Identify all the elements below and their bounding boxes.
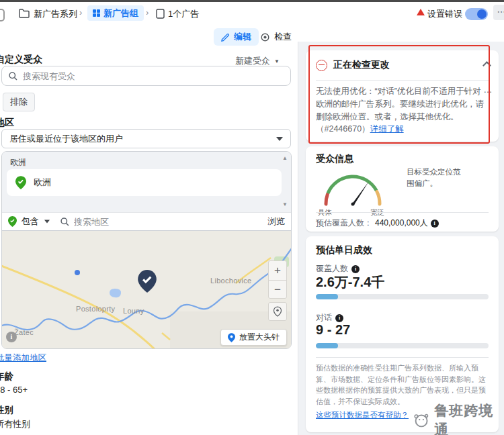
breadcrumb-separator: › bbox=[79, 7, 82, 17]
toggle-knob bbox=[477, 9, 487, 19]
map-selected-pin-icon[interactable] bbox=[138, 270, 157, 293]
caret-down-icon bbox=[44, 220, 50, 224]
exclude-button[interactable]: 排除 bbox=[3, 93, 35, 111]
card-divider bbox=[316, 212, 489, 213]
adset-grid-icon bbox=[93, 9, 100, 17]
region-item-europe[interactable]: 欧洲 bbox=[7, 169, 282, 196]
edit-button-label: 编辑 bbox=[234, 31, 251, 43]
place-pin-button[interactable]: 放置大头针 bbox=[220, 329, 287, 346]
breadcrumb-separator: › bbox=[146, 7, 149, 17]
pencil-icon bbox=[221, 33, 230, 42]
age-label: 年龄 bbox=[0, 371, 13, 383]
checking-changes-title: 正在检查更改 bbox=[333, 59, 390, 71]
location-type-value: 居住或最近位于该地区的用户 bbox=[9, 133, 123, 145]
cropped-side-button bbox=[0, 9, 5, 21]
chevron-up-icon[interactable] bbox=[482, 61, 491, 70]
map-town-label: Louny bbox=[123, 307, 144, 315]
place-pin-label: 放置大头针 bbox=[239, 332, 280, 343]
zoom-out-button[interactable]: − bbox=[269, 280, 286, 299]
search-icon bbox=[60, 218, 69, 226]
reach-value: 440,000,000人 bbox=[375, 218, 428, 229]
folder-icon bbox=[19, 9, 30, 18]
breadcrumb-ad[interactable]: 1个广告 bbox=[168, 8, 199, 20]
blue-pin-icon bbox=[228, 333, 235, 342]
settings-error-label: 设置错误 bbox=[427, 8, 462, 20]
breadcrumb-bar: 新广告系列 › 新广告组 › 1个广告 设置错误 ⋯ bbox=[0, 2, 504, 25]
audience-broad-note: 目标受众定位范围偏广。 bbox=[407, 166, 464, 190]
eye-icon bbox=[260, 33, 270, 42]
estimates-feedback-link[interactable]: 这些预计数据是否有帮助？ bbox=[316, 410, 409, 420]
gauge-arc bbox=[315, 166, 390, 207]
audience-info-card: 受众信息 具体 宽泛 目标受众定位范围偏广。 预估覆盖人数： 440,000,0… bbox=[306, 146, 499, 232]
conversations-metric-bar-fill bbox=[316, 343, 338, 348]
error-warning-triangle-icon bbox=[417, 9, 425, 15]
map-town-label: Žatec bbox=[14, 328, 34, 336]
bulk-add-locations-link[interactable]: 批量添加地区 bbox=[0, 352, 46, 364]
error-message-text: 无法使用优化：“对话”优化目前不适用于针对欧洲的邮件广告系列。要继续进行此优化，… bbox=[316, 87, 484, 122]
region-search-row: 包含 浏览 bbox=[2, 212, 291, 231]
gender-label: 性别 bbox=[0, 404, 13, 416]
reach-metric-bar-fill bbox=[316, 294, 338, 299]
watermark-mascot-icon bbox=[411, 412, 430, 429]
audience-definition-gauge: 具体 宽泛 bbox=[315, 166, 390, 209]
age-value: 18 - 65+ bbox=[0, 385, 28, 395]
review-button[interactable]: 检查 bbox=[260, 31, 292, 43]
reach-label: 预估覆盖人数： bbox=[316, 218, 372, 229]
info-icon[interactable]: i bbox=[335, 314, 343, 322]
region-group-label: 欧洲 bbox=[10, 157, 26, 168]
audience-search-box[interactable] bbox=[1, 66, 291, 86]
custom-audience-heading: 自定义受众 bbox=[0, 54, 42, 66]
card-divider bbox=[316, 80, 489, 81]
gauge-specific-label: 具体 bbox=[318, 208, 332, 218]
conversations-metric-bar bbox=[316, 343, 489, 348]
error-toggle[interactable] bbox=[465, 8, 488, 20]
audience-settings-panel: 自定义受众 新建受众 ▼ 排除 地区 居住或最近位于该地区的用户 欧洲 ▲ 欧洲 bbox=[0, 47, 298, 435]
browse-link[interactable]: 浏览 bbox=[267, 215, 285, 228]
conversations-metric-value: 9 - 27 bbox=[316, 322, 350, 338]
region-item-label: 欧洲 bbox=[34, 177, 51, 189]
reach-metric-bar bbox=[316, 294, 489, 299]
caret-down-icon bbox=[276, 137, 283, 141]
more-options-button[interactable]: ⋯ bbox=[493, 5, 504, 20]
breadcrumb-adset-active[interactable]: 新广告组 bbox=[87, 5, 144, 21]
review-button-label: 检查 bbox=[274, 31, 292, 43]
green-location-pin-icon bbox=[15, 176, 26, 189]
gauge-broad-label: 宽泛 bbox=[370, 208, 384, 218]
green-location-pin-icon bbox=[8, 216, 17, 227]
scroll-up-icon[interactable]: ▲ bbox=[282, 155, 288, 161]
map-town-label: Libochovice bbox=[210, 277, 251, 285]
location-heading: 地区 bbox=[0, 117, 14, 129]
map-town-label: Postoloprty bbox=[76, 305, 115, 313]
estimates-disclaimer: 预估数据的准确性受往期广告系列数据、所输入预算、市场数据、定位条件和广告版位等因… bbox=[316, 362, 490, 407]
info-icon[interactable]: i bbox=[431, 220, 439, 228]
location-targeting-box: 欧洲 ▲ 欧洲 ▼ 包含 浏览 bbox=[1, 151, 292, 349]
error-message-body: ⋯ 无法使用优化：“对话”优化目前不适用于针对欧洲的邮件广告系列。要继续进行此优… bbox=[316, 85, 487, 136]
selected-regions-list: 欧洲 ▲ 欧洲 ▼ bbox=[2, 152, 291, 212]
daily-estimates-title: 预估单日成效 bbox=[316, 244, 372, 256]
ad-page-icon bbox=[156, 9, 165, 19]
map-locate-button[interactable] bbox=[268, 302, 287, 321]
scroll-down-icon[interactable]: ▼ bbox=[282, 201, 288, 207]
checking-changes-card: 正在检查更改 ⋯ 无法使用优化：“对话”优化目前不适用于针对欧洲的邮件广告系列。… bbox=[306, 50, 499, 142]
include-dropdown[interactable]: 包含 bbox=[22, 215, 39, 228]
search-icon bbox=[9, 72, 17, 81]
audience-search-input[interactable] bbox=[23, 71, 284, 81]
review-sidebar: 正在检查更改 ⋯ 无法使用优化：“对话”优化目前不适用于针对欧洲的邮件广告系列。… bbox=[298, 42, 504, 435]
caret-down-icon: ▼ bbox=[274, 58, 280, 64]
info-icon[interactable]: i bbox=[351, 265, 360, 273]
locate-pin-icon bbox=[273, 306, 282, 317]
location-type-dropdown[interactable]: 居住或最近位于该地区的用户 bbox=[1, 129, 291, 148]
card-divider bbox=[316, 357, 489, 358]
reach-metric-value: 2.6万-7.4千 bbox=[316, 273, 384, 291]
learn-more-link[interactable]: 详细了解 bbox=[370, 124, 404, 134]
gender-value: 所有性别 bbox=[0, 418, 30, 430]
error-ref-number: （#2446670） bbox=[316, 124, 370, 134]
region-search-input[interactable] bbox=[74, 217, 263, 227]
edit-button[interactable]: 编辑 bbox=[214, 28, 259, 46]
location-map[interactable]: Žatec Postoloprty Louny Libochovice + − bbox=[2, 231, 291, 349]
map-info-icon[interactable]: i bbox=[6, 332, 17, 342]
audience-info-title: 受众信息 bbox=[316, 153, 353, 165]
breadcrumb-campaign[interactable]: 新广告系列 bbox=[34, 8, 77, 20]
error-minus-circle-icon bbox=[316, 60, 327, 71]
zoom-in-button[interactable]: + bbox=[269, 261, 286, 280]
